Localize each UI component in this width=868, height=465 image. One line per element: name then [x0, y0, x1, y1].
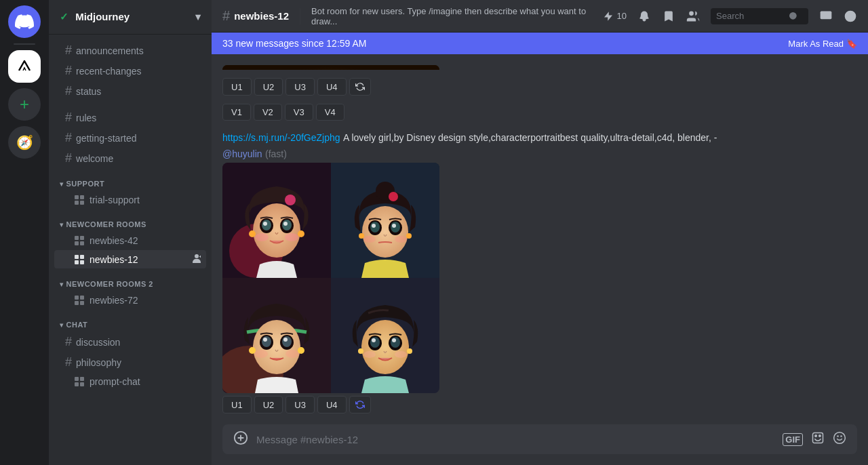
- grid-hash-icon: [73, 254, 85, 266]
- new-messages-banner: 33 new messages since 12:59 AM Mark As R…: [212, 33, 868, 54]
- channel-name: newbies-42: [90, 235, 138, 246]
- topbar-channel-name: # newbies-12: [222, 8, 289, 24]
- channel-item-newbies-72[interactable]: newbies-72: [54, 291, 206, 309]
- members-list-icon[interactable]: [686, 9, 700, 23]
- category-chat[interactable]: ▾ CHAT: [49, 310, 212, 331]
- svg-rect-0: [14, 56, 35, 77]
- channel-sidebar: ✓ Midjourney ▾ # announcements # recent-…: [49, 0, 212, 465]
- image-cell-4[interactable]: [331, 278, 439, 393]
- svg-point-74: [372, 338, 376, 342]
- channel-item-recent-changes[interactable]: # recent-changes: [54, 61, 206, 81]
- upscale-2-button[interactable]: U2: [254, 78, 283, 96]
- server-icon-midjourney[interactable]: [8, 50, 41, 83]
- svg-point-64: [254, 350, 268, 358]
- svg-point-78: [358, 348, 363, 354]
- topbar-icons: 10: [602, 8, 857, 24]
- upscale-3-button[interactable]: U3: [285, 78, 315, 96]
- help-icon[interactable]: [844, 9, 857, 23]
- svg-rect-1: [75, 195, 79, 199]
- svg-point-76: [363, 351, 376, 358]
- svg-rect-14: [80, 296, 84, 300]
- emoji-button[interactable]: [833, 431, 846, 448]
- message-link[interactable]: https://s.mj.run/-20fGeZjphg: [222, 132, 340, 143]
- svg-point-77: [395, 351, 407, 358]
- channel-item-newbies-42[interactable]: newbies-42: [54, 232, 206, 249]
- message-input[interactable]: [256, 434, 774, 445]
- channel-name: announcements: [76, 45, 144, 56]
- server-name-header[interactable]: ✓ Midjourney ▾: [49, 0, 212, 35]
- svg-point-75: [392, 338, 396, 342]
- svg-point-62: [263, 338, 267, 342]
- category-label: NEWCOMER ROOMS 2: [66, 280, 153, 288]
- svg-point-66: [249, 347, 256, 354]
- server-menu-chevron[interactable]: ▾: [195, 11, 201, 23]
- hash-icon: #: [65, 355, 72, 369]
- category-support[interactable]: ▾ SUPPORT: [49, 169, 212, 190]
- bookmark-icon: 🔖: [846, 39, 857, 49]
- explore-servers-button[interactable]: 🧭: [8, 126, 41, 159]
- upscale-1-button[interactable]: U1: [222, 78, 252, 96]
- upscale-4-button[interactable]: U4: [317, 78, 347, 96]
- category-newcomer-rooms-2[interactable]: ▾ NEWCOMER ROOMS 2: [49, 269, 212, 291]
- image-cell-3[interactable]: [222, 278, 331, 393]
- upscale-2-button-2[interactable]: U2: [254, 396, 283, 413]
- message-attribution: @huyulin (fast): [222, 148, 857, 160]
- action-buttons-top: U1 U2 U3 U4: [222, 78, 857, 96]
- category-arrow: ▾: [60, 281, 64, 288]
- upscale-4-button-2[interactable]: U4: [317, 396, 347, 413]
- channel-item-rules[interactable]: # rules: [54, 108, 206, 127]
- action-buttons-v: V1 V2 V3 V4: [222, 104, 857, 121]
- action-buttons-bottom: U1 U2 U3 U4: [222, 396, 857, 413]
- add-attachment-button[interactable]: [233, 430, 248, 449]
- svg-rect-2: [80, 195, 84, 199]
- channel-name: newbies-12: [90, 254, 138, 265]
- image-cell-1[interactable]: [222, 163, 331, 278]
- search-input[interactable]: [716, 11, 784, 21]
- image-cell-2[interactable]: [331, 163, 439, 278]
- variation-1-button[interactable]: V1: [222, 104, 251, 121]
- notification-bell-icon[interactable]: [637, 9, 651, 23]
- pin-icon[interactable]: [662, 9, 675, 23]
- svg-rect-8: [80, 241, 84, 245]
- channel-item-welcome[interactable]: # welcome: [54, 148, 206, 168]
- chat-area[interactable]: U1 U2 U3 U4 V1 V2 V3 V4 https://s.mj.run…: [212, 54, 868, 424]
- svg-point-54: [406, 233, 412, 239]
- svg-point-29: [285, 195, 296, 205]
- channel-item-discussion[interactable]: # discussion: [54, 332, 206, 352]
- svg-rect-11: [75, 260, 79, 264]
- channel-item-philosophy[interactable]: # philosophy: [54, 352, 206, 372]
- member-count[interactable]: 10: [602, 10, 627, 22]
- channel-item-newbies-12[interactable]: newbies-12: [54, 250, 206, 268]
- svg-rect-4: [80, 201, 84, 205]
- refresh-button-2[interactable]: [349, 396, 371, 413]
- channel-item-status[interactable]: # status: [54, 81, 206, 101]
- search-bar[interactable]: [711, 8, 808, 24]
- verified-check: ✓: [60, 11, 68, 22]
- channel-item-prompt-chat[interactable]: prompt-chat: [54, 373, 206, 390]
- add-server-button[interactable]: +: [8, 88, 41, 121]
- svg-rect-3: [75, 201, 79, 205]
- channel-name: rules: [76, 113, 96, 123]
- gif-button[interactable]: GIF: [783, 433, 803, 446]
- mark-as-read-button[interactable]: Mark As Read 🔖: [788, 39, 857, 49]
- variation-3-button[interactable]: V3: [285, 104, 313, 121]
- category-label: SUPPORT: [66, 180, 105, 188]
- svg-point-53: [359, 233, 364, 239]
- refresh-button[interactable]: [349, 78, 371, 96]
- channel-item-getting-started[interactable]: # getting-started: [54, 128, 206, 148]
- server-icon-home[interactable]: [8, 5, 41, 38]
- category-arrow: ▾: [60, 321, 64, 329]
- upscale-1-button-2[interactable]: U1: [222, 396, 252, 413]
- variation-2-button[interactable]: V2: [254, 104, 282, 121]
- inbox-icon[interactable]: [819, 9, 833, 23]
- hash-icon: #: [65, 110, 72, 125]
- upscale-3-button-2[interactable]: U3: [285, 396, 315, 413]
- channel-item-trial-support[interactable]: trial-support: [54, 191, 206, 209]
- message-fast-label: (fast): [265, 148, 287, 159]
- category-newcomer-rooms[interactable]: ▾ NEWCOMER ROOMS: [49, 209, 212, 231]
- image-preview-top: [222, 65, 439, 70]
- variation-4-button[interactable]: V4: [316, 104, 344, 121]
- svg-rect-19: [75, 382, 79, 386]
- sticker-button[interactable]: [811, 431, 825, 448]
- channel-item-announcements[interactable]: # announcements: [54, 41, 206, 60]
